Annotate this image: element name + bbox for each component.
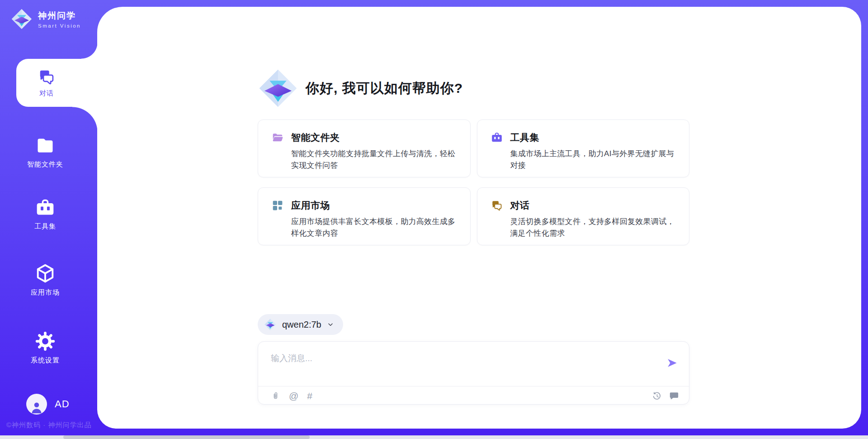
card-description: 智能文件夹功能支持批量文件上传与清洗，轻松实现文件问答 [291,148,458,171]
chat-icon [38,68,55,86]
gear-icon [35,331,56,352]
card-title: 智能文件夹 [291,131,340,144]
card-chat[interactable]: 对话 灵活切换多模型文件，支持多样回复效果调试，满足个性化需求 [477,187,690,245]
person-icon [29,399,44,415]
tab-curve-bottom [72,107,98,132]
card-title: 工具集 [510,131,540,144]
topic-button[interactable]: # [307,391,312,401]
sidebar-item-label: 对话 [39,89,54,98]
message-input[interactable] [271,353,651,382]
sidebar-item-label: 工具集 [34,222,56,231]
chat-icon [491,200,503,211]
sidebar-item-settings[interactable]: 系统设置 [0,331,90,365]
sidebar-item-chat[interactable]: 对话 [16,59,98,107]
history-icon [652,391,662,401]
brand-subtitle: Smart Vision [38,23,81,29]
sidebar-item-toolset[interactable]: 工具集 [0,198,90,231]
conversation-button[interactable] [669,391,679,401]
model-diamond-icon [264,318,277,331]
brand-name: 神州问学 [38,10,81,22]
chevron-down-icon [327,321,334,328]
model-name: qwen2:7b [282,320,321,330]
sidebar-item-app-market[interactable]: 应用市场 [0,263,90,297]
card-description: 灵活切换多模型文件，支持多样回复效果调试，满足个性化需求 [510,216,677,239]
copyright-footer: ©神州数码 · 神州问学出品 [6,421,91,429]
toolbox-icon [35,198,55,218]
card-title: 应用市场 [291,199,330,212]
feature-cards: 智能文件夹 智能文件夹功能支持批量文件上传与清洗，轻松实现文件问答 [258,119,689,245]
scrollbar-thumb[interactable] [63,435,310,439]
card-app-market[interactable]: 应用市场 应用市场提供丰富长文本模板，助力高效生成多样化文章内容 [258,187,471,245]
user-account[interactable]: AD [26,394,70,415]
send-button[interactable] [666,357,678,369]
composer-toolbar: @ # [271,387,679,405]
sidebar-item-label: 智能文件夹 [27,160,63,169]
greeting-block: 你好, 我可以如何帮助你? [258,7,689,109]
send-icon [666,357,678,369]
cube-icon [35,263,56,284]
card-toolset[interactable]: 工具集 集成市场上主流工具，助力AI与外界无缝扩展与对接 [477,119,690,177]
horizontal-scrollbar[interactable] [0,435,868,439]
grid-icon [272,200,283,211]
card-description: 集成市场上主流工具，助力AI与外界无缝扩展与对接 [510,148,677,171]
attachment-button[interactable] [271,391,280,401]
app-window: 神州问学 Smart Vision 对话 智能文件夹 工具集 [0,0,868,439]
sidebar-item-label: 系统设置 [31,356,60,365]
paperclip-icon [271,391,280,401]
toolbox-icon [491,132,503,143]
brand-logo: 神州问学 Smart Vision [11,8,81,30]
folder-open-icon [272,132,283,143]
tab-curve-top [81,43,98,59]
message-composer: @ # [258,341,689,405]
sidebar-item-smart-folder[interactable]: 智能文件夹 [0,136,90,169]
sidebar-item-label: 应用市场 [31,288,60,297]
card-title: 对话 [510,199,530,212]
model-selector[interactable]: qwen2:7b [258,314,343,335]
chat-bubble-icon [669,391,679,401]
main-content: 你好, 我可以如何帮助你? 智能文件夹 智能文件夹功能支持批量文件上传与清洗，轻… [97,7,861,429]
assistant-diamond-icon [258,68,298,109]
folder-icon [35,136,55,156]
user-initials: AD [55,398,70,410]
avatar [26,394,47,415]
mention-button[interactable]: @ [289,391,298,401]
brand-diamond-icon [11,8,33,30]
history-button[interactable] [652,391,662,401]
card-description: 应用市场提供丰富长文本模板，助力高效生成多样化文章内容 [291,216,458,239]
greeting-title: 你好, 我可以如何帮助你? [306,79,463,98]
card-smart-folder[interactable]: 智能文件夹 智能文件夹功能支持批量文件上传与清洗，轻松实现文件问答 [258,119,471,177]
